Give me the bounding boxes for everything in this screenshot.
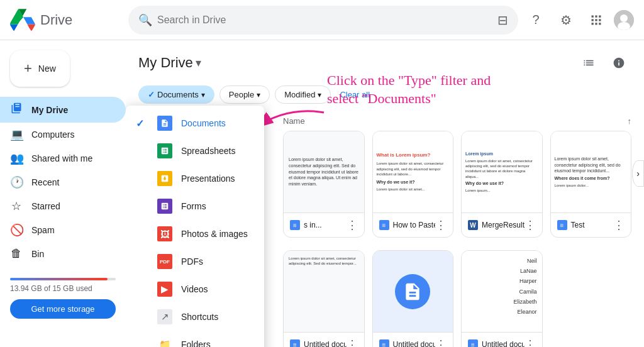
presentations-type-icon (157, 171, 172, 186)
file-thumbnail (373, 251, 453, 333)
app-title: Drive (40, 12, 72, 28)
documents-type-icon (157, 116, 172, 131)
search-input[interactable] (157, 14, 492, 26)
file-more-button[interactable]: ⋮ (435, 338, 447, 347)
sidebar-item-computers[interactable]: 💻 Computers (0, 123, 126, 146)
sidebar-item-shared[interactable]: 👥 Shared with me (0, 146, 126, 170)
avatar[interactable] (614, 10, 634, 30)
dropdown-item-label: Videos (181, 284, 208, 294)
dropdown-item-label: Forms (181, 201, 206, 211)
modified-filter-button[interactable]: Modified ▾ (275, 85, 331, 104)
sidebar-item-my-drive[interactable]: My Drive (0, 97, 126, 123)
settings-button[interactable]: ⚙ (553, 8, 579, 33)
new-button[interactable]: + New (10, 50, 70, 87)
file-name-text: Untitled document (393, 340, 436, 347)
filter-options-icon[interactable]: ⊟ (497, 13, 508, 28)
topbar-right: ? ⚙ (523, 8, 634, 33)
dropdown-item-forms[interactable]: ✓ Forms (126, 192, 264, 220)
folders-type-icon: 📁 (157, 337, 172, 347)
file-card[interactable]: NeilLaNaeHarperCamilaElizabethEleanor ≡ … (461, 250, 543, 347)
file-more-button[interactable]: ⋮ (347, 338, 358, 347)
sidebar-item-label: Spam (31, 225, 55, 235)
dropdown-item-pdfs[interactable]: ✓ PDF PDFs (126, 248, 264, 275)
sort-name-label[interactable]: Name (283, 116, 305, 126)
get-storage-button[interactable]: Get more storage (10, 299, 116, 319)
sidebar-item-bin[interactable]: 🗑 Bin (0, 242, 126, 265)
file-more-button[interactable]: ⋮ (525, 218, 536, 232)
pdf-type-icon: PDF (157, 254, 172, 269)
svg-rect-8 (599, 23, 601, 25)
dropdown-item-label: Spreadsheets (181, 146, 235, 156)
search-bar[interactable]: 🔍 ⊟ (128, 6, 518, 35)
file-name-text: Untitled document (304, 340, 347, 347)
dropdown-item-label: Documents (181, 118, 226, 128)
videos-type-icon: ▶ (157, 282, 172, 297)
help-button[interactable]: ? (523, 8, 548, 33)
people-filter-button[interactable]: People ▾ (219, 85, 270, 104)
file-more-button[interactable]: ⋮ (347, 218, 358, 232)
svg-rect-2 (599, 15, 601, 17)
file-card[interactable]: Lorem ipsum dolor sit amet, consectetur … (550, 131, 632, 238)
file-footer: ≡ Test ⋮ (551, 213, 631, 237)
dropdown-item-documents[interactable]: ✓ Documents (126, 109, 264, 137)
file-thumbnail: Lorem ipsum Lorem ipsum dolor sit amet, … (462, 131, 542, 213)
modified-filter-label: Modified (284, 90, 315, 99)
storage-bar-fill (10, 278, 108, 280)
people-filter-chevron: ▾ (257, 91, 260, 99)
dropdown-item-shortcuts[interactable]: ✓ ↗ Shortcuts (126, 303, 264, 331)
info-button[interactable] (606, 50, 631, 75)
sidebar-item-label: Computers (31, 129, 74, 140)
svg-rect-5 (599, 19, 601, 21)
modified-filter-chevron: ▾ (318, 91, 321, 99)
people-filter-label: People (229, 90, 254, 99)
file-name: ≡ s in... (290, 220, 322, 230)
dropdown-item-presentations[interactable]: ✓ Presentations (126, 165, 264, 192)
file-name: ≡ Untitled document (468, 339, 525, 347)
spreadsheets-type-icon (157, 143, 172, 158)
plus-icon: + (24, 60, 32, 77)
file-more-button[interactable]: ⋮ (525, 338, 536, 347)
header-right (576, 50, 631, 75)
file-card[interactable]: Lorem ipsum dolor sit amet, consectetur … (283, 250, 365, 347)
file-card[interactable]: Lorem ipsum Lorem ipsum dolor sit amet, … (461, 131, 543, 238)
doc-type-icon: ≡ (379, 220, 389, 230)
dropdown-item-label: Presentations (181, 174, 235, 184)
my-drive-icon (10, 102, 23, 118)
file-footer: ≡ Untitled document ⋮ (373, 333, 453, 347)
selected-check-icon: ✓ (136, 118, 148, 129)
sidebar: + New My Drive 💻 Computers 👥 Shared with… (0, 40, 126, 347)
scroll-hint[interactable]: › (632, 160, 644, 187)
file-footer: ≡ How to Paste with Form... ⋮ (373, 213, 453, 237)
file-more-button[interactable]: ⋮ (613, 218, 625, 232)
svg-rect-7 (595, 23, 597, 25)
dropdown-menu: ✓ Documents ✓ Spreadsheets ✓ Pr (126, 106, 264, 347)
file-footer: ≡ Untitled document ⋮ (462, 333, 542, 347)
drive-title-text: My Drive (138, 55, 193, 71)
clear-filters-button[interactable]: Clear all (336, 86, 374, 103)
sidebar-item-spam[interactable]: 🚫 Spam (0, 218, 126, 242)
type-filter-dropdown: ✓ Documents ✓ Spreadsheets ✓ Pr (126, 106, 264, 347)
dropdown-item-spreadsheets[interactable]: ✓ Spreadsheets (126, 137, 264, 165)
list-view-button[interactable] (576, 50, 601, 75)
svg-rect-1 (595, 15, 597, 17)
type-filter-chevron: ▾ (201, 91, 205, 99)
apps-button[interactable] (584, 8, 609, 33)
file-more-button[interactable]: ⋮ (435, 218, 447, 232)
topbar: Drive 🔍 ⊟ ? ⚙ (0, 0, 644, 40)
sidebar-item-recent[interactable]: 🕐 Recent (0, 170, 126, 194)
file-card[interactable]: ≡ Untitled document ⋮ (372, 250, 454, 347)
starred-icon: ☆ (10, 199, 23, 213)
sidebar-item-starred[interactable]: ☆ Starred (0, 194, 126, 218)
dropdown-item-videos[interactable]: ✓ ▶ Videos (126, 275, 264, 303)
type-filter-button[interactable]: ✓ Documents ▾ (138, 85, 214, 104)
dropdown-item-folders[interactable]: ✓ 📁 Folders (126, 331, 264, 347)
chevron-down-icon[interactable]: ▾ (196, 56, 201, 70)
sidebar-item-label: Bin (31, 249, 44, 259)
file-thumbnail: Lorem ipsum dolor sit amet, consectetur … (284, 131, 364, 213)
svg-point-10 (620, 14, 628, 22)
type-filter-label: Documents (157, 90, 199, 99)
file-card[interactable]: Lorem ipsum dolor sit amet, consectetur … (283, 131, 365, 238)
dropdown-item-photos[interactable]: ✓ 🖼 Photos & images (126, 220, 264, 248)
file-card[interactable]: What is Lorem ipsum? Lorem ipsum dolor s… (372, 131, 454, 238)
file-footer: ≡ Untitled document ⋮ (284, 333, 364, 347)
